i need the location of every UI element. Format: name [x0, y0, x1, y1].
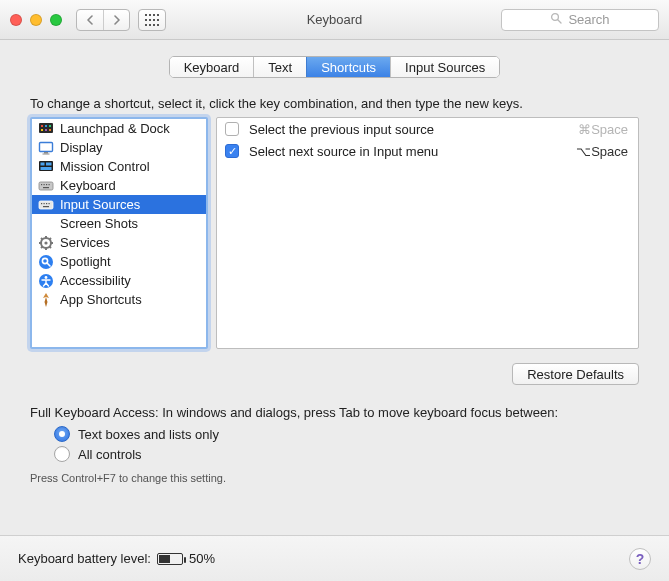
traffic-lights — [10, 14, 62, 26]
search-field[interactable]: Search — [501, 9, 659, 31]
zoom-window-button[interactable] — [50, 14, 62, 26]
svg-rect-23 — [43, 153, 50, 154]
category-label: Services — [60, 235, 110, 250]
svg-line-49 — [50, 246, 52, 248]
category-services[interactable]: Services — [32, 233, 206, 252]
restore-defaults-button[interactable]: Restore Defaults — [512, 363, 639, 385]
shortcut-instruction: To change a shortcut, select it, click t… — [30, 96, 639, 111]
svg-rect-29 — [41, 184, 42, 185]
svg-rect-26 — [46, 162, 52, 165]
svg-rect-38 — [49, 203, 50, 204]
shortcut-row[interactable]: ✓Select next source in Input menu⌥Space — [217, 140, 638, 162]
svg-rect-17 — [49, 125, 51, 127]
show-all-prefs-button[interactable] — [138, 9, 166, 31]
svg-line-48 — [41, 246, 43, 248]
help-button[interactable]: ? — [629, 548, 651, 570]
svg-rect-37 — [46, 203, 47, 204]
keyboard-access-hint: Press Control+F7 to change this setting. — [30, 472, 639, 484]
category-launchpad[interactable]: Launchpad & Dock — [32, 119, 206, 138]
battery-percentage: 50% — [189, 551, 215, 566]
shortcut-label: Select next source in Input menu — [249, 144, 566, 159]
radio-all-controls[interactable]: All controls — [54, 446, 639, 462]
display-icon — [38, 140, 54, 156]
shortcut-row[interactable]: Select the previous input source⌘Space — [217, 118, 638, 140]
svg-rect-25 — [41, 162, 45, 165]
radio-button[interactable] — [54, 446, 70, 462]
category-input-sources[interactable]: Input Sources — [32, 195, 206, 214]
radio-button[interactable] — [54, 426, 70, 442]
svg-rect-19 — [45, 129, 47, 131]
lists: Launchpad & DockDisplayMission ControlKe… — [30, 117, 639, 349]
svg-rect-14 — [39, 123, 53, 133]
grid-icon — [145, 14, 159, 26]
tab-input-sources[interactable]: Input Sources — [390, 57, 499, 77]
full-keyboard-access-label: Full Keyboard Access: In windows and dia… — [30, 405, 639, 420]
nav-forward-button[interactable] — [103, 10, 129, 30]
category-label: Display — [60, 140, 103, 155]
restore-wrap: Restore Defaults — [30, 363, 639, 385]
input-sources-icon — [38, 197, 54, 213]
shortcut-label: Select the previous input source — [249, 122, 568, 137]
spotlight-icon — [38, 254, 54, 270]
svg-rect-21 — [40, 142, 53, 151]
gear-icon — [38, 235, 54, 251]
category-app-shortcuts[interactable]: App Shortcuts — [32, 290, 206, 309]
svg-rect-6 — [153, 19, 155, 21]
svg-rect-3 — [157, 14, 159, 16]
footer: Keyboard battery level: 50% ? — [0, 535, 669, 581]
svg-rect-15 — [41, 125, 43, 127]
search-icon — [550, 12, 562, 27]
svg-rect-33 — [43, 187, 49, 188]
category-label: Keyboard — [60, 178, 116, 193]
search-placeholder: Search — [568, 12, 609, 27]
enable-shortcut-checkbox[interactable]: ✓ — [225, 144, 239, 158]
tab-text[interactable]: Text — [253, 57, 306, 77]
category-label: Screen Shots — [60, 216, 138, 231]
minimize-window-button[interactable] — [30, 14, 42, 26]
category-label: Spotlight — [60, 254, 111, 269]
svg-rect-2 — [153, 14, 155, 16]
category-spotlight[interactable]: Spotlight — [32, 252, 206, 271]
svg-rect-32 — [49, 184, 50, 185]
category-label: App Shortcuts — [60, 292, 142, 307]
svg-rect-22 — [44, 152, 48, 154]
svg-rect-11 — [157, 24, 159, 26]
svg-rect-34 — [39, 201, 53, 209]
battery-label: Keyboard battery level: — [18, 551, 151, 566]
nav-back-button[interactable] — [77, 10, 103, 30]
category-accessibility[interactable]: Accessibility — [32, 271, 206, 290]
svg-rect-36 — [44, 203, 45, 204]
category-list[interactable]: Launchpad & DockDisplayMission ControlKe… — [30, 117, 208, 349]
category-display[interactable]: Display — [32, 138, 206, 157]
shortcut-keys[interactable]: ⌘Space — [578, 122, 628, 137]
svg-rect-39 — [43, 206, 49, 207]
titlebar: Keyboard Search — [0, 0, 669, 40]
accessibility-icon — [38, 273, 54, 289]
radio-text-boxes[interactable]: Text boxes and lists only — [54, 426, 639, 442]
category-screen-shots[interactable]: Screen Shots — [32, 214, 206, 233]
tab-shortcuts[interactable]: Shortcuts — [306, 57, 390, 77]
enable-shortcut-checkbox[interactable] — [225, 122, 239, 136]
svg-rect-18 — [41, 129, 43, 131]
keyboard-icon — [38, 178, 54, 194]
shortcut-list[interactable]: Select the previous input source⌘Space✓S… — [216, 117, 639, 349]
radio-label: All controls — [78, 447, 142, 462]
chevron-right-icon — [113, 15, 121, 25]
tab-keyboard[interactable]: Keyboard — [170, 57, 254, 77]
keyboard-access-radios: Text boxes and lists onlyAll controls — [54, 426, 639, 462]
svg-line-47 — [50, 238, 52, 240]
svg-rect-8 — [145, 24, 147, 26]
nav-back-forward — [76, 9, 130, 31]
shortcut-keys[interactable]: ⌥Space — [576, 144, 628, 159]
tabbar: KeyboardTextShortcutsInput Sources — [169, 56, 501, 78]
svg-rect-9 — [149, 24, 151, 26]
screenshot-icon — [38, 216, 54, 232]
svg-rect-7 — [157, 19, 159, 21]
close-window-button[interactable] — [10, 14, 22, 26]
category-label: Mission Control — [60, 159, 150, 174]
category-mission-control[interactable]: Mission Control — [32, 157, 206, 176]
chevron-left-icon — [86, 15, 94, 25]
category-keyboard[interactable]: Keyboard — [32, 176, 206, 195]
radio-label: Text boxes and lists only — [78, 427, 219, 442]
launchpad-icon — [38, 121, 54, 137]
